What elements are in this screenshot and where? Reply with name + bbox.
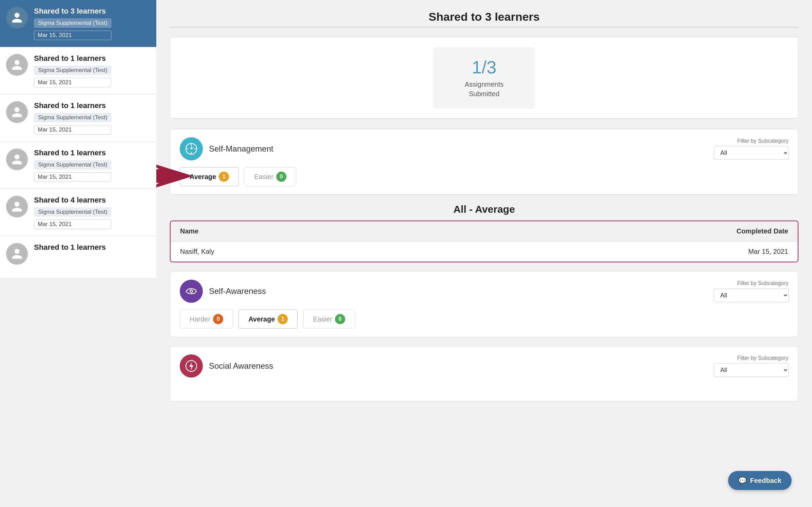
sidebar-item-date-3: Mar 15, 2021 [34, 172, 111, 182]
sidebar-item-content-2: Shared to 1 learners Sigma Supplemental … [34, 101, 111, 135]
feedback-icon: 💬 [738, 476, 747, 485]
self-management-name: Self-Management [209, 144, 273, 154]
self-management-card: Self-Management Filter by Subcategory Al… [170, 129, 798, 195]
sidebar-item-badge-1: Sigma Supplemental (Test) [34, 66, 111, 75]
sidebar-item-title-5: Shared to 1 learners [34, 243, 106, 252]
sidebar-item-content-4: Shared to 4 learners Sigma Supplemental … [34, 196, 111, 229]
social-awareness-header: Social Awareness Filter by Subcategory A… [180, 354, 789, 378]
easier-badge-self-awareness: 0 [335, 314, 345, 324]
main-content: Shared to 3 learners 1/3 AssignmentsSubm… [156, 0, 812, 507]
harder-button-self-awareness[interactable]: Harder 0 [180, 310, 233, 329]
table-cell-name: Nasiff, Kaly [171, 242, 440, 262]
social-awareness-icon [180, 354, 203, 378]
easier-button-self-management[interactable]: Easier 0 [244, 167, 296, 186]
avatar-4 [6, 196, 28, 217]
sidebar-item-date-2: Mar 15, 2021 [34, 125, 111, 135]
social-awareness-filter-select[interactable]: All [714, 363, 789, 377]
average-badge-self-management: 1 [219, 172, 229, 182]
sidebar-item-content-1: Shared to 1 learners Sigma Supplemental … [34, 54, 111, 87]
table-col-name: Name [171, 221, 440, 242]
sidebar-item-date-4: Mar 15, 2021 [34, 220, 111, 229]
title-divider [170, 27, 798, 28]
social-awareness-header-left: Social Awareness [180, 354, 273, 378]
sidebar-item-badge-0: Sigma Supplemental (Test) [34, 18, 111, 28]
avatar-0 [6, 7, 28, 29]
sidebar-item-date-1: Mar 15, 2021 [34, 78, 111, 87]
svg-marker-11 [189, 362, 193, 371]
feedback-button[interactable]: 💬 Feedback [728, 471, 792, 490]
sidebar-item-badge-3: Sigma Supplemental (Test) [34, 160, 111, 170]
self-awareness-icon [180, 280, 203, 303]
all-average-title: All - Average [170, 204, 798, 215]
self-management-filter-select[interactable]: All [714, 146, 789, 160]
sidebar-item-date-0: Mar 15, 2021 [34, 31, 111, 40]
table-col-date: Completed Date [440, 221, 798, 242]
average-badge-self-awareness: 1 [278, 314, 288, 324]
avatar-1 [6, 54, 28, 76]
table-cell-date: Mar 15, 2021 [440, 242, 798, 262]
self-awareness-filter-select[interactable]: All [714, 289, 789, 302]
social-awareness-filter-label: Filter by Subcategory [737, 355, 789, 361]
self-awareness-name: Self-Awareness [209, 286, 266, 296]
sidebar-item-4[interactable]: Shared to 4 learners Sigma Supplemental … [0, 189, 156, 236]
avatar-2 [6, 101, 28, 123]
social-awareness-name: Social Awareness [209, 361, 273, 371]
feedback-label: Feedback [750, 477, 781, 485]
harder-label-self-awareness: Harder [190, 315, 210, 323]
self-management-header-left: Self-Management [180, 137, 273, 160]
social-awareness-card: Social Awareness Filter by Subcategory A… [170, 346, 798, 402]
sidebar-item-title-4: Shared to 4 learners [34, 196, 111, 205]
sidebar-item-title-3: Shared to 1 learners [34, 148, 111, 157]
social-awareness-filter: Filter by Subcategory All [714, 355, 789, 377]
sidebar-item-badge-4: Sigma Supplemental (Test) [34, 207, 111, 217]
table-header-row: Name Completed Date [171, 221, 798, 242]
self-awareness-header-left: Self-Awareness [180, 280, 266, 303]
sidebar-item-5[interactable]: Shared to 1 learners [0, 236, 156, 279]
assignments-box: 1/3 AssignmentsSubmitted [433, 47, 535, 109]
self-awareness-card: Self-Awareness Filter by Subcategory All… [170, 271, 798, 337]
self-management-filter-label: Filter by Subcategory [737, 138, 789, 144]
assignments-card: 1/3 AssignmentsSubmitted [170, 37, 798, 119]
easier-label-self-management: Easier [254, 173, 273, 181]
results-table-wrapper: Name Completed Date Nasiff, Kaly Mar 15,… [170, 221, 798, 262]
sidebar: Shared to 3 learners Sigma Supplemental … [0, 0, 156, 507]
self-awareness-filter: Filter by Subcategory All [714, 280, 789, 302]
sidebar-item-3[interactable]: Shared to 1 learners Sigma Supplemental … [0, 142, 156, 189]
sidebar-item-title-0: Shared to 3 learners [34, 7, 111, 16]
avatar-5 [6, 243, 28, 265]
sidebar-item-content-0: Shared to 3 learners Sigma Supplemental … [34, 7, 111, 40]
self-management-header: Self-Management Filter by Subcategory Al… [180, 137, 789, 160]
sidebar-item-badge-2: Sigma Supplemental (Test) [34, 113, 111, 122]
svg-point-9 [191, 291, 192, 292]
self-management-icon [180, 137, 203, 160]
self-management-buttons-row: Average 1 Easier 0 [180, 167, 789, 186]
easier-label-self-awareness: Easier [313, 315, 332, 323]
avatar-3 [6, 148, 28, 170]
average-button-self-management[interactable]: Average 1 [180, 167, 239, 186]
assignments-label: AssignmentsSubmitted [454, 80, 515, 99]
results-table: Name Completed Date Nasiff, Kaly Mar 15,… [171, 221, 798, 262]
sidebar-item-2[interactable]: Shared to 1 learners Sigma Supplemental … [0, 94, 156, 142]
sidebar-item-title-1: Shared to 1 learners [34, 54, 111, 63]
sidebar-item-title-2: Shared to 1 learners [34, 101, 111, 110]
sidebar-item-0[interactable]: Shared to 3 learners Sigma Supplemental … [0, 0, 156, 47]
sidebar-item-content-3: Shared to 1 learners Sigma Supplemental … [34, 148, 111, 182]
sidebar-item-1[interactable]: Shared to 1 learners Sigma Supplemental … [0, 47, 156, 94]
page-title: Shared to 3 learners [170, 10, 798, 23]
average-button-self-awareness[interactable]: Average 1 [239, 310, 298, 329]
table-row: Nasiff, Kaly Mar 15, 2021 [171, 242, 798, 262]
easier-button-self-awareness[interactable]: Easier 0 [303, 310, 355, 329]
self-awareness-buttons: Harder 0 Average 1 Easier 0 [180, 310, 789, 329]
sidebar-item-content-5: Shared to 1 learners [34, 243, 106, 252]
assignments-fraction: 1/3 [454, 57, 515, 77]
easier-badge-self-management: 0 [276, 172, 286, 182]
self-management-filter: Filter by Subcategory All [714, 138, 789, 160]
self-awareness-filter-label: Filter by Subcategory [737, 280, 789, 286]
average-label-self-management: Average [190, 173, 216, 181]
average-label-self-awareness: Average [248, 315, 275, 323]
self-awareness-header: Self-Awareness Filter by Subcategory All [180, 280, 789, 303]
harder-badge-self-awareness: 0 [213, 314, 223, 324]
